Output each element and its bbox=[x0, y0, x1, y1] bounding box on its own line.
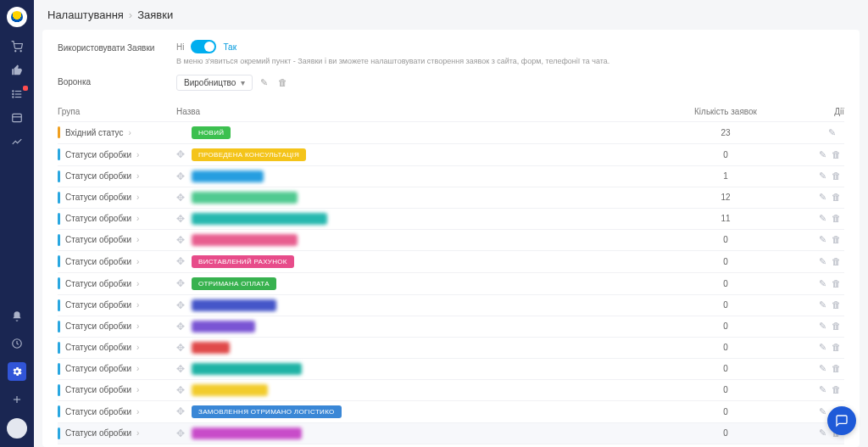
status-row[interactable]: Статуси обробки›✥12✎🗑 bbox=[58, 187, 844, 208]
edit-icon[interactable]: ✎ bbox=[819, 256, 826, 267]
status-row[interactable]: Статуси обробки›✥ПРОВЕДЕНА КОНСУЛЬТАЦІЯ0… bbox=[58, 143, 844, 165]
row-count: 1 bbox=[649, 171, 802, 181]
status-pill[interactable]: ПРОВЕДЕНА КОНСУЛЬТАЦІЯ bbox=[192, 148, 306, 161]
status-pill[interactable]: НОВИЙ bbox=[192, 126, 231, 139]
drag-handle-icon[interactable]: ✥ bbox=[176, 234, 185, 246]
delete-icon[interactable]: 🗑 bbox=[832, 256, 841, 267]
edit-icon[interactable]: ✎ bbox=[819, 299, 826, 310]
status-pill[interactable]: ОТРИМАНА ОПЛАТА bbox=[192, 277, 276, 290]
drag-handle-icon[interactable]: ✥ bbox=[176, 277, 185, 289]
status-pill[interactable] bbox=[192, 213, 327, 225]
delete-icon[interactable]: 🗑 bbox=[832, 384, 841, 395]
settings-icon[interactable] bbox=[8, 362, 26, 381]
clock-icon[interactable] bbox=[8, 335, 25, 352]
edit-icon[interactable]: ✎ bbox=[819, 278, 826, 289]
status-pill[interactable]: ЗАМОВЛЕННЯ ОТРИМАНО ЛОГІСТИКО bbox=[192, 405, 342, 418]
status-pill[interactable] bbox=[192, 234, 298, 246]
delete-icon[interactable]: 🗑 bbox=[832, 234, 841, 245]
edit-icon[interactable]: ✎ bbox=[819, 363, 826, 374]
edit-icon[interactable]: ✎ bbox=[819, 234, 826, 245]
edit-icon[interactable]: ✎ bbox=[819, 170, 826, 182]
status-row[interactable]: Статуси обробки›✥0✎🗑 bbox=[58, 422, 844, 444]
drag-handle-icon[interactable]: ✥ bbox=[176, 170, 185, 182]
status-row[interactable]: Статуси обробки›✥0✎🗑 bbox=[58, 316, 844, 337]
chevron-right-icon: › bbox=[136, 407, 139, 416]
edit-icon[interactable]: ✎ bbox=[819, 149, 826, 160]
app-logo[interactable] bbox=[7, 7, 27, 27]
status-row[interactable]: Статуси обробки›✥ОТРИМАНА ОПЛАТА0✎🗑 bbox=[58, 272, 844, 294]
status-pill[interactable] bbox=[192, 384, 268, 396]
status-row[interactable]: Статуси обробки›✥11✎🗑 bbox=[58, 208, 844, 229]
delete-icon[interactable]: 🗑 bbox=[832, 192, 841, 203]
delete-funnel-icon[interactable]: 🗑 bbox=[275, 74, 292, 91]
edit-icon[interactable]: ✎ bbox=[819, 321, 826, 332]
delete-icon[interactable]: 🗑 bbox=[832, 278, 841, 289]
edit-icon[interactable]: ✎ bbox=[819, 342, 826, 353]
drag-handle-icon[interactable]: ✥ bbox=[176, 192, 185, 204]
status-row[interactable]: Статуси обробки›✥0✎🗑 bbox=[58, 358, 844, 379]
funnel-select[interactable]: Виробництво ▾ bbox=[176, 75, 253, 91]
chevron-right-icon: › bbox=[128, 128, 131, 137]
edit-icon[interactable]: ✎ bbox=[819, 427, 826, 439]
cart-icon[interactable] bbox=[9, 41, 25, 53]
status-pill[interactable] bbox=[192, 363, 302, 375]
col-actions: Дії bbox=[802, 107, 844, 116]
drag-handle-icon[interactable]: ✥ bbox=[176, 405, 185, 417]
thumb-icon[interactable] bbox=[9, 64, 25, 76]
status-row[interactable]: Статуси обробки›✥0✎🗑 bbox=[58, 337, 844, 358]
status-pill[interactable]: ВИСТАВЛЕНИЙ РАХУНОК bbox=[192, 255, 294, 268]
status-row[interactable]: Статуси обробки›✥ВИСТАВЛЕНИЙ РАХУНОК0✎🗑 bbox=[58, 250, 844, 272]
bell-icon[interactable] bbox=[8, 308, 25, 325]
status-row[interactable]: Статуси обробки›✥0✎🗑 bbox=[58, 229, 844, 250]
row-group-label: Статуси обробки bbox=[65, 193, 131, 202]
status-row[interactable]: Статуси обробки›✥ТОВАР ВІДПРАВЛЕНИЙ0✎🗑 bbox=[58, 444, 844, 448]
status-pill[interactable] bbox=[192, 170, 264, 182]
edit-icon[interactable]: ✎ bbox=[828, 127, 836, 138]
status-row[interactable]: Вхідний статус›НОВИЙ23✎ bbox=[58, 121, 844, 143]
drag-handle-icon[interactable]: ✥ bbox=[176, 384, 185, 396]
edit-funnel-icon[interactable]: ✎ bbox=[255, 75, 272, 92]
edit-icon[interactable]: ✎ bbox=[819, 213, 826, 224]
analytics-icon[interactable] bbox=[9, 136, 25, 148]
delete-icon[interactable]: 🗑 bbox=[832, 299, 841, 310]
breadcrumb-root[interactable]: Налаштування bbox=[47, 8, 124, 21]
row-count: 0 bbox=[649, 343, 802, 352]
drag-handle-icon[interactable]: ✥ bbox=[176, 363, 185, 375]
list-icon[interactable] bbox=[9, 88, 25, 100]
status-row[interactable]: Статуси обробки›✥0✎🗑 bbox=[58, 294, 844, 316]
status-row[interactable]: Статуси обробки›✥ЗАМОВЛЕННЯ ОТРИМАНО ЛОГ… bbox=[58, 400, 844, 422]
row-count: 11 bbox=[649, 214, 802, 223]
drag-handle-icon[interactable]: ✥ bbox=[176, 213, 185, 225]
drag-handle-icon[interactable]: ✥ bbox=[176, 427, 185, 439]
status-pill[interactable] bbox=[192, 342, 230, 354]
status-pill[interactable] bbox=[192, 427, 302, 439]
edit-icon[interactable]: ✎ bbox=[819, 406, 826, 417]
delete-icon[interactable]: 🗑 bbox=[832, 170, 841, 182]
plus-icon[interactable] bbox=[8, 391, 25, 408]
edit-icon[interactable]: ✎ bbox=[819, 384, 826, 395]
delete-icon[interactable]: 🗑 bbox=[832, 321, 841, 332]
toggle-yes-label: Так bbox=[223, 42, 236, 52]
drag-handle-icon[interactable]: ✥ bbox=[176, 255, 185, 267]
delete-icon[interactable]: 🗑 bbox=[832, 149, 841, 160]
drag-handle-icon[interactable]: ✥ bbox=[176, 342, 185, 354]
delete-icon[interactable]: 🗑 bbox=[832, 213, 841, 224]
chat-fab[interactable] bbox=[827, 406, 856, 435]
status-pill[interactable] bbox=[192, 192, 298, 204]
user-avatar[interactable] bbox=[7, 418, 27, 439]
tasks-icon[interactable] bbox=[9, 112, 25, 124]
row-accent bbox=[58, 427, 60, 439]
drag-handle-icon[interactable]: ✥ bbox=[176, 299, 185, 311]
use-requests-toggle[interactable] bbox=[191, 40, 216, 53]
status-pill[interactable] bbox=[192, 299, 276, 311]
drag-handle-icon[interactable]: ✥ bbox=[176, 148, 185, 160]
drag-handle-icon[interactable]: ✥ bbox=[176, 321, 185, 332]
status-pill[interactable] bbox=[192, 321, 255, 332]
delete-icon[interactable]: 🗑 bbox=[832, 363, 841, 374]
delete-icon[interactable]: 🗑 bbox=[832, 342, 841, 353]
funnel-label: Воронка bbox=[58, 74, 176, 87]
chevron-right-icon: › bbox=[136, 385, 139, 394]
status-row[interactable]: Статуси обробки›✥0✎🗑 bbox=[58, 379, 844, 400]
status-row[interactable]: Статуси обробки›✥1✎🗑 bbox=[58, 165, 844, 187]
edit-icon[interactable]: ✎ bbox=[819, 192, 826, 203]
